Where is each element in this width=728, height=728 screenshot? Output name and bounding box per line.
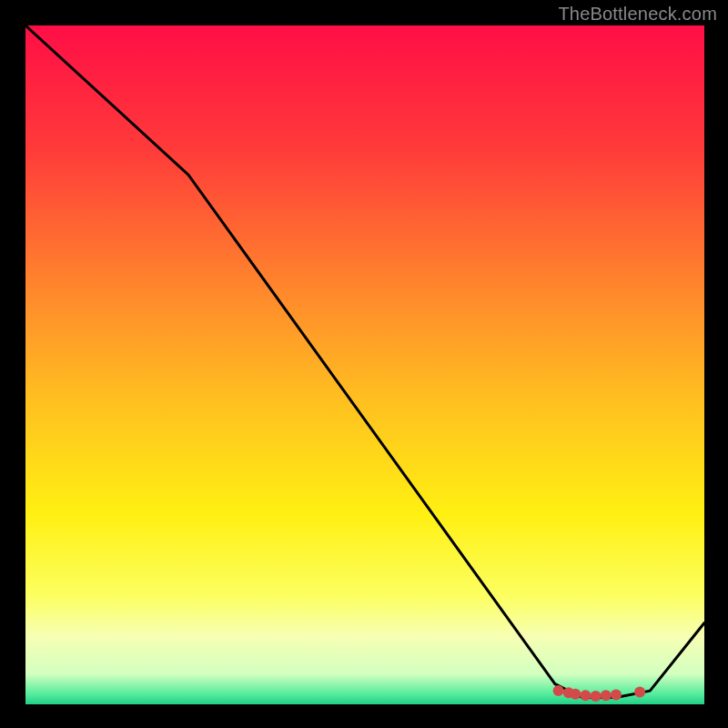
marker-point xyxy=(601,690,612,701)
marker-point xyxy=(591,691,602,702)
attribution-text: TheBottleneck.com xyxy=(558,4,717,25)
marker-point xyxy=(570,689,581,700)
marker-point xyxy=(580,690,591,701)
chart-svg xyxy=(25,25,704,704)
marker-point xyxy=(634,687,645,698)
plot-background xyxy=(25,25,704,704)
marker-point xyxy=(553,685,564,696)
chart-stage: TheBottleneck.com xyxy=(0,0,728,728)
marker-point xyxy=(611,690,622,701)
